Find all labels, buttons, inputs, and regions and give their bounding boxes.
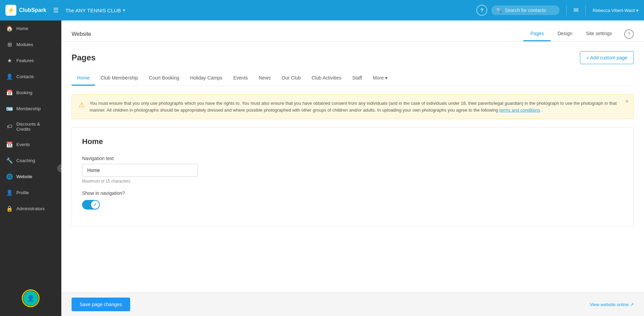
sidebar-item-label-events: Events [16, 142, 30, 147]
website-icon: 🌐 [6, 173, 13, 180]
toggle-knob: ✓ [91, 201, 99, 209]
external-link-icon: ↗ [630, 302, 634, 307]
pages-header: Pages + Add custom page [72, 51, 634, 64]
sidebar-item-label-profile: Profile [16, 190, 29, 195]
page-tab-staff[interactable]: Staff [347, 71, 368, 86]
sidebar-item-membership[interactable]: 🪪 Membership [0, 101, 61, 117]
events-icon: 📆 [6, 141, 13, 148]
avatar[interactable]: 👤 [23, 291, 38, 306]
show-nav-label: Show in navigation? [82, 190, 623, 196]
website-tab-site-settings[interactable]: Site settings [579, 27, 619, 41]
sidebar-item-website[interactable]: 🌐 Website [0, 169, 61, 185]
page-tab-our-club[interactable]: Our Club [276, 71, 306, 86]
pages-content: Pages + Add custom page HomeClub Members… [61, 42, 644, 292]
save-button-label: Save page changes [80, 302, 122, 307]
alert-close-button[interactable]: × [625, 98, 629, 105]
add-custom-page-button[interactable]: + Add custom page [580, 51, 634, 64]
search-bar[interactable]: 🔍 Search for contacts [491, 5, 559, 15]
avatar-ring [22, 289, 40, 307]
sidebar-item-label-website: Website [16, 174, 32, 179]
show-nav-toggle[interactable]: ✓ [82, 200, 100, 210]
profile-icon: 👤 [6, 189, 13, 196]
alert-terms-link[interactable]: terms and conditions [500, 107, 540, 113]
website-section-title: Website [72, 31, 91, 37]
coaching-icon: 🔧 [6, 157, 13, 164]
alert-icon: ⚠ [79, 101, 85, 109]
sidebar-item-label-modules: Modules [16, 42, 33, 47]
home-section: Home Navigation text Maximum of 15 chara… [72, 127, 634, 226]
website-header-tabs: PagesDesignSite settings [523, 27, 619, 41]
show-in-nav-group: Show in navigation? ✓ [82, 190, 623, 210]
sidebar-item-profile[interactable]: 👤 Profile [0, 185, 61, 201]
website-tab-design[interactable]: Design [551, 27, 579, 41]
page-tab-club-activities[interactable]: Club Activities [306, 71, 347, 86]
nav-text-label: Navigation text [82, 156, 623, 161]
hamburger-menu-icon[interactable]: ☰ [53, 6, 59, 14]
chevron-down-icon: ▾ [123, 8, 125, 13]
sidebar-bottom: 👤 [0, 284, 61, 316]
club-name-dropdown[interactable]: The ANY TENNIS CLUB ▾ [65, 8, 125, 13]
contacts-icon: 👤 [6, 73, 13, 80]
sidebar-item-label-features: Features [16, 58, 34, 63]
page-tab-more[interactable]: More ▾ [367, 71, 393, 86]
page-tab-holiday-camps[interactable]: Holiday Camps [185, 71, 228, 86]
page-tab-court-booking[interactable]: Court Booking [143, 71, 185, 86]
page-tab-home[interactable]: Home [72, 71, 95, 86]
content-area: Website PagesDesignSite settings ? Pages… [61, 20, 644, 316]
search-placeholder: Search for contacts [505, 8, 546, 13]
sidebar-item-contacts[interactable]: 👤 Contacts [0, 69, 61, 85]
view-website-link[interactable]: View website online ↗ [590, 302, 634, 307]
top-navigation: ⚡ ClubSpark ☰ The ANY TENNIS CLUB ▾ ? 🔍 … [0, 0, 644, 20]
check-icon: ✓ [93, 202, 97, 207]
club-name-text: The ANY TENNIS CLUB [65, 8, 121, 13]
alert-box: ⚠ You must ensure that you only use phot… [72, 94, 634, 119]
nav-text-input[interactable] [82, 164, 198, 177]
user-menu[interactable]: Rebecca Vibert-Ward ▾ [593, 8, 639, 13]
sidebar-item-events[interactable]: 📆 Events [0, 137, 61, 153]
help-button[interactable]: ? [476, 5, 487, 16]
booking-icon: 📅 [6, 89, 13, 96]
divider [566, 5, 567, 15]
membership-icon: 🪪 [6, 105, 13, 112]
sidebar-item-modules[interactable]: ⊞ Modules [0, 37, 61, 53]
website-tab-pages[interactable]: Pages [523, 27, 551, 41]
page-tab-events[interactable]: Events [228, 71, 254, 86]
save-page-changes-button[interactable]: Save page changes [72, 298, 130, 311]
features-icon: ★ [6, 57, 13, 64]
logo[interactable]: ⚡ ClubSpark [5, 5, 46, 16]
sidebar: 🏠 Home ⊞ Modules ★ Features 👤 Contacts 📅… [0, 20, 61, 316]
administrators-icon: 🔒 [6, 205, 13, 212]
page-tab-news[interactable]: News [254, 71, 276, 86]
user-chevron-icon: ▾ [636, 8, 639, 13]
main-layout: 🏠 Home ⊞ Modules ★ Features 👤 Contacts 📅… [0, 20, 644, 316]
discounts-credits-icon: 🏷 [6, 124, 13, 130]
home-icon: 🏠 [6, 25, 13, 32]
page-tabs: HomeClub MembershipCourt BookingHoliday … [72, 71, 634, 86]
page-tab-club-membership[interactable]: Club Membership [95, 71, 143, 86]
sidebar-item-label-coaching: Coaching [16, 158, 35, 163]
sidebar-item-home[interactable]: 🏠 Home [0, 20, 61, 37]
pages-title: Pages [72, 53, 96, 62]
nav-text-group: Navigation text Maximum of 15 characters [82, 156, 623, 184]
sidebar-item-label-membership: Membership [16, 106, 41, 111]
nav-text-hint: Maximum of 15 characters [82, 179, 623, 184]
sidebar-item-discounts-credits[interactable]: 🏷 Discounts & Credits [0, 117, 61, 137]
home-section-title: Home [82, 137, 623, 146]
website-help-button[interactable]: ? [624, 29, 634, 39]
divider2 [585, 5, 586, 15]
modules-icon: ⊞ [6, 41, 13, 48]
logo-text: ClubSpark [19, 7, 46, 13]
sidebar-item-label-administrators: Administrators [16, 206, 45, 211]
search-icon: 🔍 [496, 8, 502, 13]
sidebar-item-booking[interactable]: 📅 Booking [0, 85, 61, 101]
sidebar-item-coaching[interactable]: 🔧 Coaching [0, 153, 61, 169]
mail-icon[interactable]: ✉ [573, 6, 579, 14]
alert-text-end: . [541, 107, 543, 113]
sidebar-item-administrators[interactable]: 🔒 Administrators [0, 201, 61, 217]
user-name: Rebecca Vibert-Ward [593, 8, 635, 13]
sidebar-item-label-contacts: Contacts [16, 74, 34, 79]
sidebar-item-features[interactable]: ★ Features [0, 53, 61, 69]
sidebar-item-label-home: Home [16, 26, 28, 31]
view-website-text: View website online [590, 302, 629, 307]
sidebar-item-label-booking: Booking [16, 90, 32, 95]
